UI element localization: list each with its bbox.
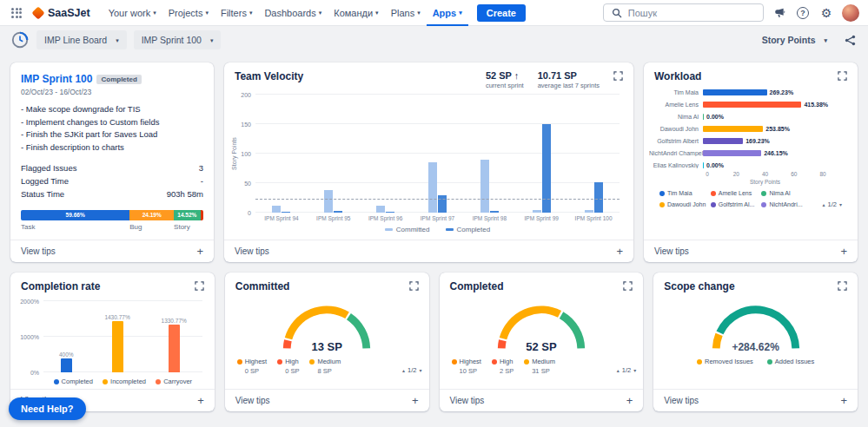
workload-person-name: Dawoudi John bbox=[649, 126, 703, 132]
nav-item-projects[interactable]: Projects▾ bbox=[162, 0, 215, 26]
add-icon[interactable]: + bbox=[616, 246, 623, 257]
board-select[interactable]: IMP Line Board ▾ bbox=[36, 30, 127, 49]
legend-dot bbox=[761, 191, 766, 196]
workload-bar-track: 0.00% bbox=[703, 162, 849, 168]
legend-dot bbox=[156, 379, 161, 384]
search-box[interactable] bbox=[603, 3, 764, 22]
app-switcher-icon[interactable] bbox=[9, 5, 24, 21]
pagination-down-icon[interactable]: ▾ bbox=[633, 367, 636, 373]
legend-item[interactable]: Nima Al bbox=[761, 188, 812, 198]
legend-item[interactable]: Added Issues bbox=[767, 358, 814, 365]
sprint-select[interactable]: IMP Sprint 100 ▾ bbox=[134, 30, 222, 49]
settings-icon[interactable]: ⚙ bbox=[818, 5, 834, 21]
pagination-down-icon[interactable]: ▾ bbox=[839, 201, 842, 207]
nav-item-dashboards[interactable]: Dashboards▾ bbox=[258, 0, 328, 26]
legend-item[interactable]: Removed Issues bbox=[697, 358, 753, 365]
legend-item[interactable]: Medium8 SP bbox=[309, 358, 341, 375]
workload-bar bbox=[703, 114, 704, 120]
add-icon[interactable]: + bbox=[196, 246, 203, 257]
view-tips-link[interactable]: View tips bbox=[21, 246, 56, 256]
expand-icon[interactable] bbox=[613, 70, 623, 81]
sprint-goal-line: - Implement changes to Custom fields bbox=[21, 116, 203, 129]
legend-item[interactable]: Incompleted bbox=[103, 378, 146, 385]
legend-item[interactable]: High0 SP bbox=[277, 358, 299, 375]
workload-bar bbox=[703, 126, 763, 132]
expand-icon[interactable] bbox=[838, 70, 847, 81]
legend-item[interactable]: NichtAndri... bbox=[761, 200, 812, 209]
expand-icon[interactable] bbox=[409, 280, 419, 291]
legend-item[interactable]: Completed bbox=[54, 378, 93, 385]
pagination-up-icon[interactable]: ▴ bbox=[402, 367, 405, 373]
completed-gauge: 52 SP bbox=[483, 296, 600, 353]
add-icon[interactable]: + bbox=[840, 395, 847, 406]
need-help-button[interactable]: Need Help? bbox=[9, 397, 86, 420]
legend-pagination: ▴ 1/2 ▾ bbox=[823, 200, 842, 208]
legend-item[interactable]: Medium31 SP bbox=[524, 358, 555, 375]
legend-label: Tim Maia bbox=[667, 190, 692, 196]
legend-item[interactable]: Completed bbox=[446, 226, 491, 233]
view-tips-link[interactable]: View tips bbox=[664, 396, 699, 405]
sprint-status-badge: Completed bbox=[96, 75, 141, 84]
brand-logo[interactable]: SaaSJet bbox=[33, 7, 90, 19]
legend-item[interactable]: Carryover bbox=[156, 378, 192, 385]
legend-label: Carryover bbox=[163, 378, 192, 385]
help-icon[interactable]: ? bbox=[795, 5, 811, 21]
legend-item[interactable]: Highest10 SP bbox=[452, 358, 481, 375]
card-title: Workload bbox=[654, 70, 701, 82]
pagination-down-icon[interactable]: ▾ bbox=[419, 367, 421, 373]
view-tips-link[interactable]: View tips bbox=[235, 246, 269, 256]
legend-item[interactable]: Golfstrim Al... bbox=[711, 200, 762, 209]
share-icon[interactable] bbox=[842, 32, 858, 48]
create-button[interactable]: Create bbox=[477, 4, 526, 22]
add-icon[interactable]: + bbox=[626, 395, 633, 406]
legend-label: Dawoudi John bbox=[667, 201, 706, 207]
legend-item[interactable]: Tim Maia bbox=[659, 188, 711, 198]
completion-bar-item: 400% bbox=[59, 301, 74, 372]
y-axis-tick: 0% bbox=[30, 370, 39, 376]
x-axis-tick: 40 bbox=[762, 171, 768, 177]
velocity-bar bbox=[490, 211, 499, 213]
legend-pagination: ▴ 1/2 ▾ bbox=[617, 366, 636, 374]
legend-item[interactable]: High2 SP bbox=[492, 358, 514, 375]
nav-item-команди[interactable]: Команди▾ bbox=[328, 0, 384, 26]
expand-icon[interactable] bbox=[838, 280, 847, 291]
expand-icon[interactable] bbox=[195, 280, 204, 291]
nav-item-label: Dashboards bbox=[264, 8, 315, 18]
view-tips-link[interactable]: View tips bbox=[654, 246, 689, 256]
y-axis-tick: 150 bbox=[241, 122, 251, 128]
pagination-up-icon[interactable]: ▴ bbox=[823, 201, 825, 207]
add-icon[interactable]: + bbox=[412, 395, 419, 406]
legend-item-header: Removed Issues bbox=[697, 358, 753, 365]
workload-bar-track: 0.00% bbox=[703, 114, 849, 120]
distribution-segment: 59.66% bbox=[21, 210, 129, 220]
legend-item[interactable]: Committed bbox=[385, 226, 430, 233]
workload-bar bbox=[703, 138, 743, 144]
nav-item-apps[interactable]: Apps▾ bbox=[427, 0, 468, 26]
nav-item-filters[interactable]: Filters▾ bbox=[215, 0, 258, 26]
workload-person-name: Tim Maia bbox=[649, 89, 703, 95]
announcements-icon[interactable] bbox=[772, 5, 787, 21]
legend-label: High bbox=[500, 358, 513, 365]
legend-item[interactable]: Highest0 SP bbox=[237, 358, 267, 375]
search-input[interactable] bbox=[628, 8, 757, 18]
stat-label: Flagged Issues bbox=[21, 163, 76, 173]
workload-bar-value: 415.38% bbox=[804, 102, 828, 108]
legend-item-header: Highest bbox=[237, 358, 267, 365]
stat-label: current sprint bbox=[486, 82, 524, 89]
view-tips-link[interactable]: View tips bbox=[450, 396, 485, 405]
add-icon[interactable]: + bbox=[197, 395, 204, 406]
nav-item-your-work[interactable]: Your work▾ bbox=[103, 0, 162, 26]
legend-item[interactable]: Dawoudi John bbox=[659, 200, 711, 209]
view-tips-link[interactable]: View tips bbox=[235, 396, 270, 405]
add-icon[interactable]: + bbox=[840, 246, 847, 257]
expand-icon[interactable] bbox=[623, 280, 633, 291]
completion-bar bbox=[169, 325, 180, 372]
workload-bar-track: 415.38% bbox=[703, 102, 849, 108]
legend-item[interactable]: Amelie Lens bbox=[711, 188, 762, 198]
metric-select[interactable]: Story Points ▾ bbox=[754, 30, 835, 49]
user-avatar[interactable] bbox=[842, 4, 859, 22]
pagination-up-icon[interactable]: ▴ bbox=[617, 367, 620, 373]
stat-label: Status Time bbox=[21, 189, 64, 199]
nav-item-plans[interactable]: Plans▾ bbox=[385, 0, 427, 26]
x-axis-tick: 80 bbox=[819, 171, 825, 177]
